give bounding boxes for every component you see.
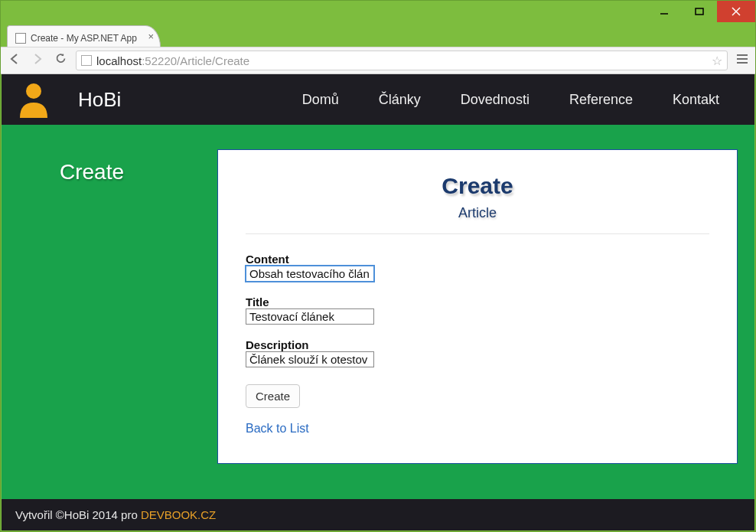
browser-window: Create - My ASP.NET App × localhost:5222… — [0, 0, 756, 532]
form-card: Create Article Content Title Description… — [217, 149, 738, 464]
title-input[interactable] — [246, 308, 374, 325]
user-avatar-icon — [17, 81, 51, 118]
back-icon[interactable] — [7, 52, 22, 70]
footer-text: Vytvořil ©HoBi 2014 pro — [15, 508, 141, 521]
url-host: localhost — [96, 54, 142, 67]
field-title: Title — [246, 295, 709, 325]
sidebar: Create — [18, 149, 124, 464]
nav-link-contact[interactable]: Kontakt — [653, 92, 739, 108]
content-label: Content — [246, 253, 709, 266]
forward-icon[interactable] — [30, 52, 45, 70]
page-subtitle: Article — [246, 205, 709, 221]
field-content: Content — [246, 253, 709, 282]
field-description: Description — [246, 338, 709, 367]
nav-link-articles[interactable]: Články — [359, 92, 441, 108]
nav-link-skills[interactable]: Dovednosti — [441, 92, 549, 108]
title-label: Title — [246, 295, 709, 308]
browser-tabstrip: Create - My ASP.NET App × — [1, 22, 755, 47]
page-heading: Create — [246, 173, 709, 199]
content-row: Create Create Article Content Title Desc… — [2, 125, 754, 494]
browser-tab[interactable]: Create - My ASP.NET App × — [7, 25, 161, 47]
create-button[interactable]: Create — [246, 384, 300, 408]
tab-close-icon[interactable]: × — [148, 31, 154, 42]
svg-rect-1 — [696, 8, 703, 15]
page-viewport: HoBi Domů Články Dovednosti Reference Ko… — [2, 74, 754, 530]
bookmark-star-icon[interactable]: ☆ — [712, 54, 722, 68]
tab-title: Create - My ASP.NET App — [31, 33, 137, 44]
nav-link-home[interactable]: Domů — [282, 92, 359, 108]
window-maximize-button[interactable] — [682, 1, 717, 22]
main-nav: Domů Články Dovednosti Reference Kontakt — [282, 92, 739, 108]
hamburger-menu-icon[interactable] — [735, 52, 749, 70]
url-path: :52220/Article/Create — [142, 54, 249, 67]
site-brand[interactable]: HoBi — [78, 88, 121, 112]
back-to-list-link[interactable]: Back to List — [246, 422, 309, 436]
nav-link-references[interactable]: Reference — [549, 92, 653, 108]
svg-point-7 — [26, 83, 41, 99]
window-close-button[interactable] — [717, 1, 755, 22]
content-input[interactable] — [246, 266, 374, 282]
address-bar[interactable]: localhost:52220/Article/Create ☆ — [76, 51, 728, 70]
site-footer: Vytvořil ©HoBi 2014 pro DEVBOOK.CZ — [2, 499, 754, 530]
site-header: HoBi Domů Články Dovednosti Reference Ko… — [2, 74, 754, 125]
tab-favicon-icon — [15, 33, 26, 44]
sidebar-title: Create — [60, 160, 124, 184]
description-input[interactable] — [246, 351, 374, 367]
footer-devbook-link[interactable]: DEVBOOK.CZ — [141, 508, 216, 521]
reload-icon[interactable] — [53, 52, 68, 69]
page-icon — [81, 55, 92, 66]
window-titlebar — [1, 1, 755, 22]
browser-toolbar: localhost:52220/Article/Create ☆ — [1, 47, 755, 74]
description-label: Description — [246, 338, 709, 351]
divider — [246, 233, 709, 234]
window-minimize-button[interactable] — [647, 1, 682, 22]
